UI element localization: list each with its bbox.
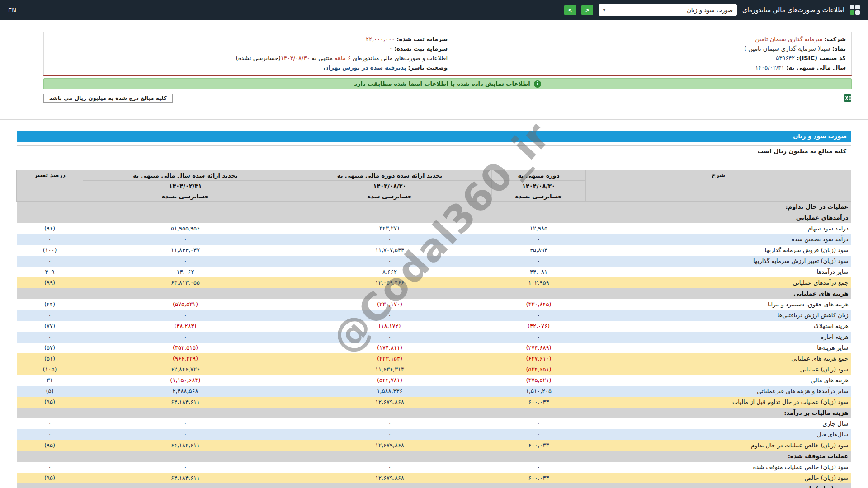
row-value: (۵۷۵,۵۳۱) [83, 299, 288, 310]
language-toggle[interactable]: EN [8, 7, 16, 14]
row-value [492, 483, 586, 488]
table-row: سود (زیان) فروش سرمایه گذاریها۴۵,۸۹۳۱۱,۷… [17, 245, 851, 256]
table-row: سود (زیان) خالص عملیات متوقف شده۰۰۰۰ [17, 462, 851, 473]
symbol-row: نماد: سیتا( سرمایه گذاری سیمان تامین ) [448, 44, 846, 53]
table-row: سال‌های قبل۰۰۰۰ [17, 429, 851, 440]
row-description: عملیات متوقف شده: [586, 451, 851, 462]
previous-statement-button[interactable]: < [581, 5, 593, 15]
table-row: هزینه های مالی(۳۷۵,۵۲۱)(۵۴۴,۷۸۱)(۱,۱۵۰,۶… [17, 375, 851, 386]
isic-value: ۵۳۹۶۴۲ [776, 55, 795, 61]
row-change-percent: (۹۹) [17, 277, 83, 288]
column-header-restated-period-date: ۱۴۰۳/۰۸/۳۰ [288, 181, 492, 191]
column-header-restated-year-group: تجدید ارائه شده سال مالی منتهی به [83, 170, 288, 181]
row-value [288, 451, 492, 462]
profit-loss-table: شرح دوره منتهی به تجدید ارائه شده دوره م… [16, 170, 851, 488]
registered-capital-value: ۲۲,۰۰۰,۰۰۰ [366, 36, 395, 42]
section-divider [0, 119, 868, 120]
row-value: ۱۲,۶۷۹,۸۶۸ [288, 397, 492, 408]
table-section-row: هزینه مالیات بر درآمد: [17, 408, 851, 418]
row-description: سود (زیان) خالص عملیات متوقف شده [586, 462, 851, 473]
statement-type-selected-value: صورت سود و زیان [687, 7, 733, 14]
row-description: هزینه استهلاک [586, 321, 851, 332]
row-value [83, 408, 288, 418]
table-section-row: عملیات متوقف شده: [17, 451, 851, 462]
row-value: ۸,۶۶۲ [288, 267, 492, 277]
row-change-percent: (۹۵) [17, 440, 83, 451]
table-row: سود (زیان) خالص عملیات در حال تداوم۶۰۰,۰… [17, 440, 851, 451]
row-value [83, 212, 288, 223]
row-description: هزینه مالیات بر درآمد: [586, 408, 851, 418]
row-value: ۶۴,۱۸۴,۶۱۱ [83, 440, 288, 451]
page-title: اطلاعات و صورت‌های مالی میاندوره‌ای [742, 6, 844, 14]
statement-section: صورت سود و زیان کلیه مبالغ به میلیون ریا… [17, 131, 851, 488]
row-description: هزینه های عملیاتی [586, 288, 851, 299]
row-description: درآمدهای عملیاتی [586, 212, 851, 223]
next-statement-button[interactable]: > [564, 5, 576, 15]
row-value [492, 408, 586, 418]
row-value: (۳۲,۰۷۶) [492, 321, 586, 332]
column-header-description: شرح [586, 170, 851, 202]
row-value: ۱,۵۱۰,۲۰۵ [492, 386, 586, 397]
row-description: سایر درآمدها و هزینه های غیرعملیاتی [586, 386, 851, 397]
row-change-percent: (۵) [17, 386, 83, 397]
table-row: سود (زیان) عملیاتی(۵۳۴,۶۵۱)۱۱,۶۳۶,۳۱۳۶۲,… [17, 364, 851, 375]
row-value: ۱,۵۸۸,۳۳۶ [288, 386, 492, 397]
row-value: (۹۶۶,۳۲۹) [83, 353, 288, 364]
row-value: (۱۷۴,۸۱۱) [288, 343, 492, 353]
row-value: ۰ [83, 310, 288, 321]
table-row: سایر هزینه‌ها(۲۷۴,۶۸۹)(۱۷۴,۸۱۱)(۳۵۲,۵۱۵)… [17, 343, 851, 353]
column-header-current-period-audit: حسابرسی نشده [492, 191, 586, 202]
row-value [492, 202, 586, 212]
row-value: ۰ [492, 418, 586, 429]
row-value [288, 212, 492, 223]
row-value [288, 408, 492, 418]
row-description: سود (زیان) خالص [586, 473, 851, 483]
row-change-percent: (۹۶) [17, 223, 83, 234]
unregistered-capital-value: ۰ [389, 45, 392, 52]
row-value: ۶۳,۸۱۳,۰۵۵ [83, 277, 288, 288]
row-change-percent: (۵۷) [17, 343, 83, 353]
row-value: ۰ [492, 310, 586, 321]
row-description: سود (زیان) پایه هر سهم [586, 483, 851, 488]
table-section-row: درآمدهای عملیاتی [17, 212, 851, 223]
row-change-percent: ۰ [17, 462, 83, 473]
table-row: درآمد سود سهام۱۲,۹۸۵۳۴۳,۲۷۱۵۱,۹۵۵,۹۵۶(۹۶… [17, 223, 851, 234]
row-value: (۳۸,۲۸۳) [83, 321, 288, 332]
top-navbar: اطلاعات و صورت‌های مالی میاندوره‌ای صورت… [0, 0, 868, 20]
row-value: ۰ [288, 332, 492, 343]
row-value: ۵۱,۹۵۵,۹۵۶ [83, 223, 288, 234]
row-change-percent: ۰ [17, 418, 83, 429]
row-value: ۲,۴۸۸,۵۶۸ [83, 386, 288, 397]
signature-match-alert: i اطلاعات نمایش داده شده با اطلاعات امضا… [43, 78, 852, 89]
row-change-percent [17, 408, 83, 418]
row-value: (۳۳۰,۸۴۵) [492, 299, 586, 310]
row-value [492, 212, 586, 223]
publisher-status-row: وضعیت ناشر: پذیرفته شده در بورس تهران [49, 63, 448, 72]
table-row: درآمد سود تضمین شده۰۰۰۰ [17, 234, 851, 245]
row-value: ۱۲,۰۵۹,۴۶۶ [288, 277, 492, 288]
column-header-current-period-date: ۱۴۰۴/۰۸/۳۰ [492, 181, 586, 191]
statement-type-select[interactable]: صورت سود و زیان ▼ [599, 4, 737, 16]
excel-export-icon[interactable] [844, 94, 852, 102]
column-header-restated-period-group: تجدید ارائه شده دوره مالی منتهی به [288, 170, 492, 181]
statement-units-note: کلیه مبالغ به میلیون ریال است [17, 145, 851, 157]
row-description: درآمد سود تضمین شده [586, 234, 851, 245]
column-header-restated-year-audit: حسابرسی نشده [83, 191, 288, 202]
row-value: ۰ [288, 418, 492, 429]
row-value: ۰ [288, 462, 492, 473]
row-value [288, 202, 492, 212]
row-value: ۰ [83, 256, 288, 267]
table-row: هزینه استهلاک(۳۲,۰۷۶)(۱۸,۱۷۲)(۳۸,۲۸۳)(۷۷… [17, 321, 851, 332]
row-change-percent [17, 451, 83, 462]
row-change-percent: (۱۰۵) [17, 364, 83, 375]
codal-logo-icon[interactable] [850, 5, 860, 15]
row-change-percent: ۴۰۹ [17, 267, 83, 277]
row-change-percent [17, 483, 83, 488]
signature-alert-text: اطلاعات نمایش داده شده با اطلاعات امضا ش… [354, 80, 530, 87]
row-value: ۰ [288, 310, 492, 321]
row-value: ۶۲,۸۴۶,۷۲۶ [83, 364, 288, 375]
row-change-percent: ۰ [17, 310, 83, 321]
table-row: سایر درآمدها۴۴,۰۸۱۸,۶۶۲۱۳,۰۶۲۴۰۹ [17, 267, 851, 277]
unregistered-capital-row: سرمایه ثبت نشده: ۰ [49, 44, 448, 53]
row-value: ۰ [83, 332, 288, 343]
